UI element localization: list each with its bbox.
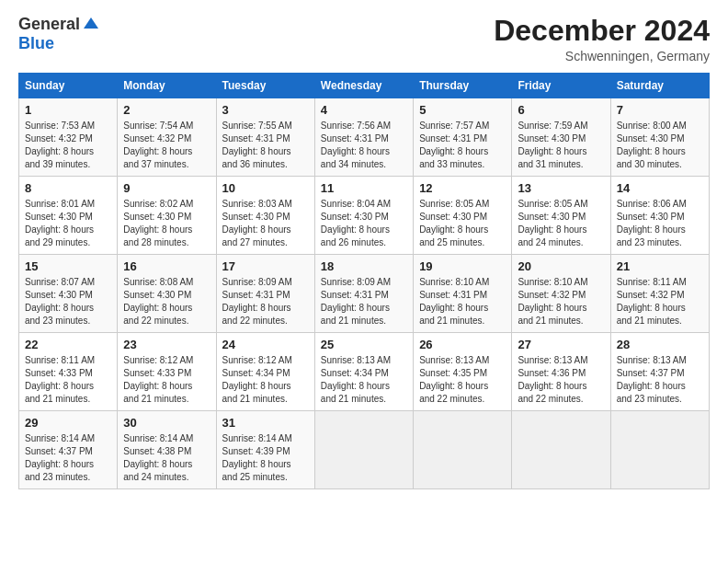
day-info-line: Daylight: 8 hours: [25, 146, 94, 156]
day-info-line: and 34 minutes.: [321, 159, 386, 169]
day-info-line: Sunrise: 8:05 AM: [419, 199, 489, 209]
day-info-line: Sunrise: 8:09 AM: [321, 277, 391, 287]
day-info: Sunrise: 8:14 AMSunset: 4:38 PMDaylight:…: [123, 432, 210, 484]
day-info: Sunrise: 7:55 AMSunset: 4:31 PMDaylight:…: [222, 120, 309, 171]
day-info-line: Sunset: 4:31 PM: [222, 133, 290, 144]
day-info-line: and 21 minutes.: [321, 394, 386, 404]
day-info-line: Sunrise: 8:07 AM: [25, 277, 95, 287]
calendar-cell: 21Sunrise: 8:11 AMSunset: 4:32 PMDayligh…: [610, 255, 709, 333]
calendar-cell: 19Sunrise: 8:10 AMSunset: 4:31 PMDayligh…: [414, 255, 512, 333]
calendar-cell: 8Sunrise: 8:01 AMSunset: 4:30 PMDaylight…: [19, 177, 118, 255]
calendar-cell: [610, 411, 709, 489]
day-of-week-header: Monday: [118, 74, 216, 98]
day-info-line: Sunset: 4:34 PM: [222, 368, 290, 378]
day-number: 4: [321, 103, 407, 117]
day-info-line: and 21 minutes.: [419, 316, 484, 326]
day-info-line: Daylight: 8 hours: [123, 381, 192, 391]
day-info-line: and 23 minutes.: [25, 316, 90, 326]
calendar-header-row: SundayMondayTuesdayWednesdayThursdayFrid…: [19, 74, 710, 98]
day-info-line: and 37 minutes.: [123, 159, 188, 169]
calendar-cell: 31Sunrise: 8:14 AMSunset: 4:39 PMDayligh…: [216, 411, 314, 489]
day-info-line: Sunrise: 8:13 AM: [321, 355, 391, 365]
day-info: Sunrise: 7:59 AMSunset: 4:30 PMDaylight:…: [518, 120, 604, 171]
day-number: 26: [419, 338, 506, 351]
day-info-line: Sunset: 4:32 PM: [25, 133, 93, 144]
day-info-line: and 29 minutes.: [25, 237, 90, 247]
day-number: 31: [222, 416, 309, 430]
day-info-line: Sunrise: 8:08 AM: [123, 277, 193, 287]
day-info-line: Daylight: 8 hours: [617, 146, 686, 156]
day-number: 16: [123, 259, 210, 273]
day-info-line: Daylight: 8 hours: [123, 146, 192, 156]
day-info-line: Daylight: 8 hours: [25, 303, 94, 313]
day-number: 17: [222, 259, 309, 273]
day-info: Sunrise: 8:00 AMSunset: 4:30 PMDaylight:…: [617, 120, 703, 171]
day-of-week-header: Wednesday: [314, 74, 413, 98]
day-info-line: Sunset: 4:31 PM: [321, 133, 389, 144]
day-info: Sunrise: 8:13 AMSunset: 4:37 PMDaylight:…: [617, 354, 703, 406]
day-info: Sunrise: 8:06 AMSunset: 4:30 PMDaylight:…: [617, 198, 703, 249]
day-info: Sunrise: 8:11 AMSunset: 4:32 PMDaylight:…: [617, 276, 703, 327]
day-info-line: and 22 minutes.: [123, 316, 188, 326]
day-info-line: and 25 minutes.: [419, 237, 484, 247]
day-info-line: and 25 minutes.: [222, 472, 288, 482]
day-number: 6: [518, 103, 604, 117]
day-info: Sunrise: 8:11 AMSunset: 4:33 PMDaylight:…: [25, 354, 111, 406]
day-info-line: Daylight: 8 hours: [617, 224, 686, 235]
calendar-cell: 26Sunrise: 8:13 AMSunset: 4:35 PMDayligh…: [414, 333, 512, 411]
day-info: Sunrise: 7:54 AMSunset: 4:32 PMDaylight:…: [123, 120, 210, 171]
day-info-line: Sunset: 4:32 PM: [123, 133, 191, 144]
day-info-line: Sunrise: 7:59 AM: [518, 121, 587, 131]
day-info-line: Sunset: 4:36 PM: [518, 368, 586, 378]
calendar-cell: 15Sunrise: 8:07 AMSunset: 4:30 PMDayligh…: [19, 255, 118, 333]
day-info-line: Daylight: 8 hours: [222, 303, 291, 313]
day-of-week-header: Thursday: [414, 74, 512, 98]
calendar-week-row: 22Sunrise: 8:11 AMSunset: 4:33 PMDayligh…: [19, 333, 710, 411]
day-info-line: Daylight: 8 hours: [25, 381, 94, 391]
calendar-cell: [414, 411, 512, 489]
day-info-line: Sunset: 4:31 PM: [419, 290, 487, 300]
day-info-line: Daylight: 8 hours: [518, 224, 586, 235]
day-info-line: Sunset: 4:30 PM: [518, 133, 586, 144]
day-info-line: Sunrise: 8:06 AM: [617, 199, 687, 209]
day-number: 3: [222, 103, 309, 117]
day-info-line: and 24 minutes.: [123, 472, 188, 482]
day-info-line: Daylight: 8 hours: [222, 381, 291, 391]
day-info: Sunrise: 8:10 AMSunset: 4:32 PMDaylight:…: [518, 276, 604, 327]
day-info-line: Sunset: 4:30 PM: [419, 212, 487, 222]
day-info: Sunrise: 8:09 AMSunset: 4:31 PMDaylight:…: [321, 276, 407, 327]
day-info-line: and 39 minutes.: [25, 159, 90, 169]
day-of-week-header: Sunday: [19, 74, 118, 98]
day-number: 11: [321, 181, 407, 195]
calendar-cell: 7Sunrise: 8:00 AMSunset: 4:30 PMDaylight…: [610, 98, 709, 177]
day-number: 25: [321, 338, 407, 351]
day-info-line: Daylight: 8 hours: [419, 303, 488, 313]
day-info: Sunrise: 8:14 AMSunset: 4:37 PMDaylight:…: [25, 432, 111, 484]
calendar-week-row: 8Sunrise: 8:01 AMSunset: 4:30 PMDaylight…: [19, 177, 710, 255]
day-info-line: Sunrise: 8:05 AM: [518, 199, 587, 209]
header: General Blue December 2024 Schwenningen,…: [18, 15, 710, 63]
day-info-line: Sunrise: 8:10 AM: [419, 277, 489, 287]
day-info-line: Sunset: 4:30 PM: [123, 212, 191, 222]
day-number: 19: [419, 259, 506, 273]
day-info-line: Sunrise: 7:54 AM: [123, 121, 193, 131]
day-number: 23: [123, 338, 210, 351]
day-info: Sunrise: 8:13 AMSunset: 4:34 PMDaylight:…: [321, 354, 407, 406]
day-info-line: Sunrise: 7:55 AM: [222, 121, 292, 131]
calendar-cell: 14Sunrise: 8:06 AMSunset: 4:30 PMDayligh…: [610, 177, 709, 255]
calendar-cell: 30Sunrise: 8:14 AMSunset: 4:38 PMDayligh…: [118, 411, 216, 489]
day-info-line: Daylight: 8 hours: [617, 303, 686, 313]
day-info-line: and 33 minutes.: [419, 159, 484, 169]
calendar-cell: 28Sunrise: 8:13 AMSunset: 4:37 PMDayligh…: [610, 333, 709, 411]
day-info-line: and 27 minutes.: [222, 237, 288, 247]
calendar-cell: [314, 411, 413, 489]
day-info-line: Sunrise: 8:12 AM: [222, 355, 292, 365]
day-number: 8: [25, 181, 111, 195]
calendar-cell: 16Sunrise: 8:08 AMSunset: 4:30 PMDayligh…: [118, 255, 216, 333]
day-number: 2: [123, 103, 210, 117]
day-info-line: and 28 minutes.: [123, 237, 188, 247]
day-info-line: Sunrise: 8:00 AM: [617, 121, 687, 131]
day-info-line: and 23 minutes.: [617, 394, 682, 404]
svg-marker-0: [84, 17, 98, 29]
day-number: 21: [617, 259, 703, 273]
